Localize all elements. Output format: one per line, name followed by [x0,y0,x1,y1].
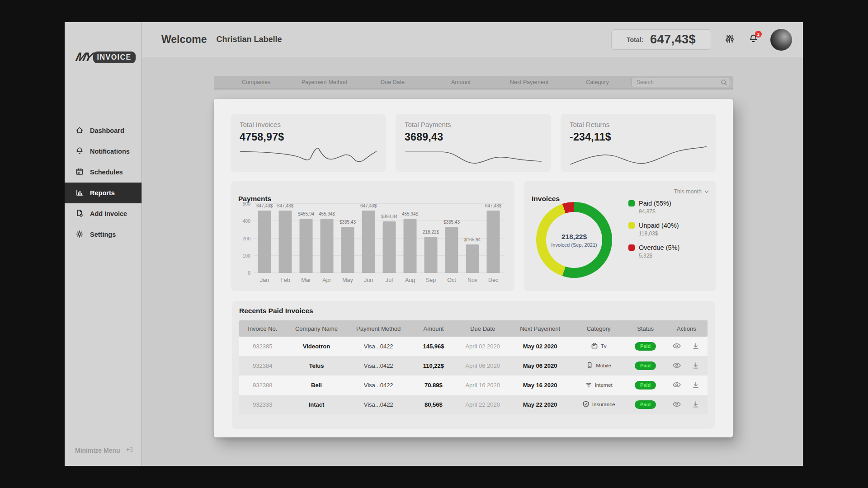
view-invoice-button[interactable] [672,400,681,408]
minimize-menu-button[interactable]: Minimize Menu [75,446,133,455]
bar[interactable] [445,227,458,273]
total-value: 647,43$ [650,33,696,47]
period-dropdown[interactable]: This month [674,188,709,195]
sidebar-item-label: Settings [90,231,116,238]
filter-item-companies[interactable]: Companies [222,79,290,85]
bar-value-label: 647,43$ [277,203,293,208]
legend-item-overdue: Overdue (5%)5,32$ [628,244,679,259]
cell-actions [665,342,708,351]
x-axis-label-feb: Feb [275,277,296,283]
summary-card-total-returns: Total Returns-234,11$ [561,114,716,172]
bar-chart-icon [75,188,84,198]
main-content: CompaniesPayement MethodDue DateAmountNe… [142,58,803,466]
chevron-down-icon [704,188,709,195]
download-invoice-button[interactable] [691,342,700,350]
summary-cards-row: Total Invoices4758,97$Total Payments3689… [231,114,716,172]
sidebar-item-notifications[interactable]: Notifications [65,141,142,162]
table-row[interactable]: 932384TelusVisa...0422110,22$April 06 20… [239,356,708,375]
category-label: Insurance [592,402,615,407]
cell-status: Paid [626,400,665,409]
cell-next-payment: May 02 2020 [509,343,572,350]
cell-actions [665,381,708,390]
logo-invoice-badge: INVOICE [93,52,136,63]
cell-category: Internet [572,381,626,389]
total-label: Total: [627,36,643,43]
status-badge: Paid [635,381,656,389]
filter-item-payement-method[interactable]: Payement Method [290,79,359,85]
table-header-row: Invoice No.Company NamePayment MethodAmo… [239,320,708,337]
period-label: This month [674,188,702,195]
column-header-payment-method: Payment Method [347,325,410,332]
download-invoice-button[interactable] [691,381,700,389]
bar[interactable] [487,211,500,273]
bar[interactable] [300,219,313,273]
cell-category: Mobile [572,361,626,370]
filter-sliders-button[interactable] [725,34,735,46]
bar[interactable] [258,211,271,273]
status-badge: Paid [635,400,656,409]
download-icon [691,381,700,389]
legend-label: Overdue (5%) [639,244,679,251]
sidebar-item-schedules[interactable]: Schedules [65,162,142,183]
download-invoice-button[interactable] [691,361,700,369]
column-header-amount: Amount [410,325,457,332]
filter-item-amount[interactable]: Amount [427,79,495,85]
user-avatar[interactable] [770,29,792,51]
welcome-title: Welcome [161,33,207,46]
bar-column-feb: 647,43$ [275,204,296,273]
minimize-menu-label: Minimize Menu [75,447,120,454]
view-invoice-button[interactable] [672,381,681,389]
bar-column-oct: $335,43 [441,204,462,273]
filter-item-due-date[interactable]: Due Date [359,79,427,85]
cell-due-date: April 22 2020 [457,401,509,408]
table-row[interactable]: 932385VideotronVisa...0422145,96$April 0… [239,337,708,356]
summary-card-title: Total Invoices [240,121,377,128]
bar[interactable] [341,227,354,273]
cell-company-name: Telus [286,362,347,369]
bar[interactable] [321,219,334,273]
total-summary-box: Total: 647,43$ [611,29,711,50]
bar[interactable] [404,219,417,273]
cell-due-date: April 16 2020 [457,382,509,389]
cell-company-name: Intact [286,401,347,408]
x-axis-label-aug: Aug [400,277,420,283]
mobile-icon [586,361,593,370]
table-row[interactable]: 932333IntactVisa...042280,56$April 22 20… [239,395,708,414]
view-invoice-button[interactable] [672,361,681,369]
cell-category: Tv [572,342,626,351]
filter-item-category[interactable]: Category [563,79,632,85]
bar[interactable] [425,237,438,273]
legend-item-unpaid: Unpaid (40%)118,03$ [628,222,679,237]
legend-swatch [628,200,635,206]
sidebar-item-dashboard[interactable]: Dashboard [65,120,142,141]
donut-center-text: 218,22$ Invoiced (Sep, 2021) [536,202,612,278]
legend-label: Unpaid (40%) [639,222,679,229]
bar-column-jul: $393,84 [379,204,400,273]
sidebar-item-add-invoice[interactable]: Add Invoice [65,203,142,224]
sparkline-chart [405,143,542,166]
bar-value-label: $165,94 [464,237,481,242]
column-header-invoice-no-: Invoice No. [239,325,286,332]
bar[interactable] [383,221,396,273]
x-axis-label-mar: Mar [296,277,316,283]
filter-item-next-payement[interactable]: Next Payement [495,79,563,85]
notifications-button[interactable]: 2 [748,33,759,46]
x-axis-label-dec: Dec [483,277,504,283]
sidebar-item-settings[interactable]: Settings [65,224,142,245]
bar-columns: 647,43$647,43$$455,94455,94$$335,43647,4… [254,204,504,273]
download-invoice-button[interactable] [691,400,700,408]
x-axis-label-oct: Oct [441,277,462,283]
bar[interactable] [466,244,479,273]
sidebar-item-reports[interactable]: Reports [65,183,142,203]
bar-value-label: 647,43$ [360,203,377,208]
invoices-card-title: Invoices [532,195,560,203]
search-input[interactable] [632,78,730,87]
table-row[interactable]: 932388BellVisa...042270.89$April 16 2020… [239,375,708,395]
wifi-icon [585,381,592,389]
sidebar-nav: DashboardNotificationsSchedulesReportsAd… [65,120,142,245]
eye-icon [672,400,681,408]
bar[interactable] [279,211,292,273]
bar[interactable] [362,211,375,273]
view-invoice-button[interactable] [672,342,681,350]
summary-card-total-payments: Total Payments3689,43 [396,114,551,172]
